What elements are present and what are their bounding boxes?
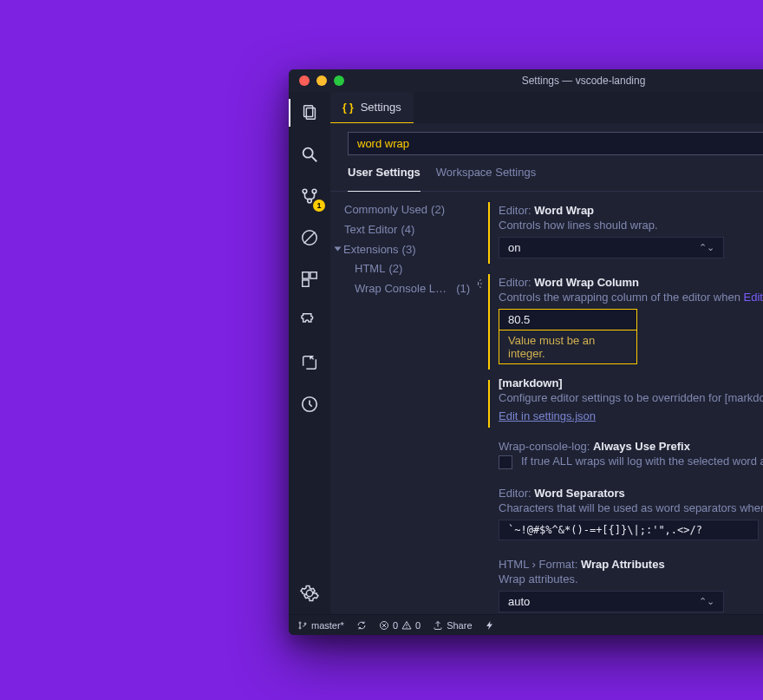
word-wrap-select[interactable]: on ⌃⌄: [499, 237, 724, 258]
toc-item[interactable]: Commonly Used(2): [344, 200, 471, 220]
debug-icon[interactable]: [297, 226, 322, 250]
svg-point-5: [312, 189, 316, 193]
window-title: Settings — vscode-landing: [522, 75, 646, 87]
svg-rect-10: [310, 272, 316, 278]
svg-rect-9: [303, 272, 309, 278]
svg-point-4: [303, 189, 307, 193]
extensions-icon[interactable]: [297, 267, 322, 291]
window-controls: [299, 75, 344, 86]
close-window-button[interactable]: [299, 75, 310, 86]
maximize-window-button[interactable]: [334, 75, 344, 86]
svg-point-14: [299, 622, 301, 624]
svg-point-2: [303, 148, 313, 158]
svg-point-13: [478, 282, 479, 285]
status-branch[interactable]: master*: [297, 620, 344, 631]
wrap-attributes-select[interactable]: auto ⌃⌄: [499, 591, 724, 612]
scope-tabs: User Settings Workspace Settings: [330, 155, 763, 192]
svg-rect-1: [306, 108, 315, 120]
svg-rect-0: [304, 106, 313, 117]
toc-item[interactable]: Extensions(3): [336, 240, 471, 260]
setting-html-format-wrap-attributes: HTML › Format: Wrap Attributes Wrap attr…: [483, 551, 763, 614]
main-area: 1 { }: [289, 92, 763, 614]
setting-description: If true ALL wraps will log with the sele…: [521, 455, 763, 468]
svg-rect-11: [303, 280, 309, 286]
status-share[interactable]: Share: [433, 620, 472, 631]
toc-item[interactable]: HTML(2): [344, 259, 471, 279]
setting-editor-word-wrap: Editor: Word Wrap Controls how lines sho…: [483, 197, 763, 269]
settings-toc: Commonly Used(2) Text Editor(4) Extensio…: [330, 192, 478, 614]
source-control-icon[interactable]: 1: [297, 184, 322, 208]
svg-point-15: [299, 627, 301, 629]
status-problems[interactable]: 0 0: [379, 620, 421, 631]
clock-icon[interactable]: [297, 392, 322, 416]
setting-editor-word-wrap-column: Editor: Word Wrap Column Controls the wr…: [483, 269, 763, 375]
svg-line-3: [312, 157, 317, 162]
app-window: Settings — vscode-landing 1: [289, 69, 763, 635]
tab-bar: { } Settings: [330, 92, 763, 123]
editor-area: { } Settings User Settings Workspace Set…: [330, 92, 763, 614]
settings-search-input[interactable]: [348, 132, 763, 155]
svg-point-21: [407, 627, 408, 628]
svg-line-8: [304, 232, 316, 244]
svg-point-16: [304, 623, 306, 625]
scope-user-tab[interactable]: User Settings: [348, 166, 421, 192]
tab-settings[interactable]: { } Settings: [330, 92, 414, 123]
gear-icon[interactable]: [478, 278, 483, 292]
chevron-updown-icon: ⌃⌄: [699, 242, 714, 253]
settings-editor: User Settings Workspace Settings Commonl…: [330, 123, 763, 614]
validation-message: Value must be an integer.: [499, 330, 637, 364]
setting-markdown-override: [markdown] Configure editor settings to …: [483, 375, 763, 433]
explorer-icon[interactable]: [297, 101, 322, 125]
word-wrap-column-input[interactable]: 80.5: [499, 309, 637, 330]
settings-split: Commonly Used(2) Text Editor(4) Extensio…: [330, 192, 763, 614]
status-sync[interactable]: [356, 620, 367, 631]
word-separators-input[interactable]: `~!@#$%^&*()-=+[{]}\|;:'",.<>/?: [499, 520, 759, 540]
puzzle-icon[interactable]: [297, 309, 322, 333]
scm-badge: 1: [313, 200, 325, 212]
chevron-updown-icon: ⌃⌄: [699, 596, 714, 607]
always-use-prefix-checkbox[interactable]: [499, 455, 512, 469]
activity-bar: 1: [289, 92, 330, 614]
minimize-window-button[interactable]: [316, 75, 327, 86]
status-bar: master* 0 0 Share: [289, 614, 763, 635]
scope-workspace-tab[interactable]: Workspace Settings: [436, 166, 536, 184]
settings-list[interactable]: Editor: Word Wrap Controls how lines sho…: [478, 192, 763, 614]
toc-item[interactable]: Text Editor(4): [344, 220, 471, 240]
edit-in-settings-json-link[interactable]: Edit in settings.json: [499, 409, 596, 422]
status-bolt-icon[interactable]: [485, 620, 495, 631]
toc-item[interactable]: Wrap Console L… (1): [344, 279, 471, 299]
braces-icon: { }: [342, 101, 354, 114]
search-icon[interactable]: [297, 142, 322, 167]
chevron-down-icon: [335, 246, 342, 251]
titlebar: Settings — vscode-landing: [289, 69, 763, 92]
tab-label: Settings: [361, 101, 401, 114]
setting-wrap-console-log-prefix: Wrap-console-log: Always Use Prefix If t…: [483, 433, 763, 480]
setting-editor-word-separators: Editor: Word Separators Characters that …: [483, 480, 763, 551]
live-share-icon[interactable]: [297, 350, 322, 375]
settings-gear-icon[interactable]: [297, 581, 322, 605]
